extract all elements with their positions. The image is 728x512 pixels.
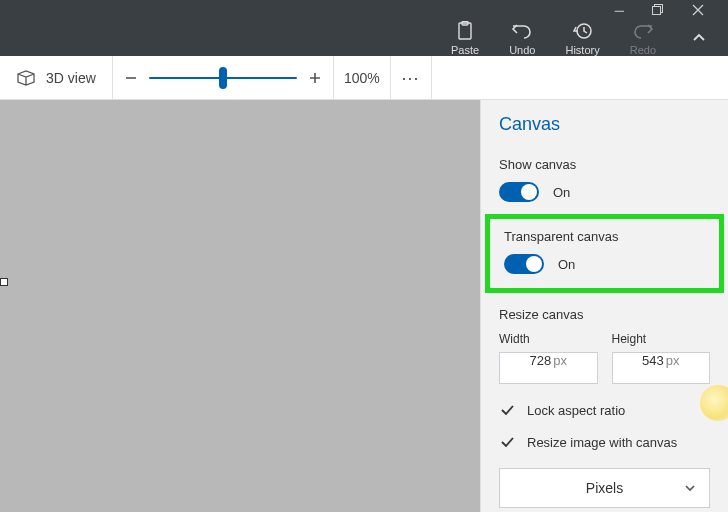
3d-view-button[interactable]: 3D view <box>0 69 112 87</box>
undo-label: Undo <box>509 44 535 56</box>
height-label: Height <box>612 332 711 346</box>
history-icon <box>573 20 593 42</box>
lock-aspect-ratio-checkbox[interactable]: Lock aspect ratio <box>481 394 728 426</box>
checkmark-icon <box>499 434 515 450</box>
show-canvas-label: Show canvas <box>499 157 710 172</box>
paste-button[interactable]: Paste <box>451 20 479 56</box>
3d-view-label: 3D view <box>46 70 96 86</box>
zoom-level-label: 100% <box>334 70 390 86</box>
paste-label: Paste <box>451 44 479 56</box>
divider <box>431 56 432 100</box>
clipboard-icon <box>456 20 474 42</box>
transparent-canvas-toggle[interactable] <box>504 254 544 274</box>
tutorial-highlight-dot <box>700 385 728 421</box>
unit-select-value: Pixels <box>586 480 623 496</box>
unit-select[interactable]: Pixels <box>499 468 710 508</box>
show-canvas-state: On <box>553 185 570 200</box>
height-value: 543 <box>642 353 664 368</box>
width-input[interactable]: 728px <box>499 352 598 384</box>
undo-icon <box>511 20 533 42</box>
transparent-canvas-highlight: Transparent canvas On <box>485 214 724 293</box>
redo-button: Redo <box>630 20 656 56</box>
redo-icon <box>632 20 654 42</box>
svg-rect-1 <box>653 7 661 15</box>
canvas-resize-handle[interactable] <box>0 278 8 286</box>
transparent-canvas-label: Transparent canvas <box>504 229 705 244</box>
undo-button[interactable]: Undo <box>509 20 535 56</box>
history-button[interactable]: History <box>565 20 599 56</box>
height-unit: px <box>664 353 680 368</box>
width-value: 728 <box>530 353 552 368</box>
height-input[interactable]: 543px <box>612 352 711 384</box>
window-minimize-button[interactable]: ─ <box>615 4 624 17</box>
canvas-side-panel: Canvas Show canvas On Transparent canvas… <box>480 100 728 512</box>
panel-title: Canvas <box>481 114 728 149</box>
collapse-ribbon-button[interactable] <box>686 25 712 51</box>
cube-icon <box>16 69 36 87</box>
lock-aspect-label: Lock aspect ratio <box>527 403 625 418</box>
history-label: History <box>565 44 599 56</box>
canvas-workspace[interactable] <box>0 100 480 512</box>
checkmark-icon <box>499 402 515 418</box>
zoom-slider[interactable] <box>149 56 297 100</box>
zoom-in-button[interactable] <box>297 60 333 96</box>
window-close-button[interactable] <box>692 4 704 16</box>
plus-icon <box>307 70 323 86</box>
zoom-out-button[interactable] <box>113 60 149 96</box>
more-menu-button[interactable]: ⋯ <box>391 67 431 89</box>
resize-image-with-canvas-checkbox[interactable]: Resize image with canvas <box>481 426 728 458</box>
chevron-down-icon <box>683 481 697 495</box>
resize-canvas-label: Resize canvas <box>481 301 728 332</box>
minus-icon <box>123 70 139 86</box>
rotate-flip-label: Rotate and flip <box>481 508 728 512</box>
width-label: Width <box>499 332 598 346</box>
resize-with-canvas-label: Resize image with canvas <box>527 435 677 450</box>
chevron-up-icon <box>691 30 707 46</box>
redo-label: Redo <box>630 44 656 56</box>
width-unit: px <box>551 353 567 368</box>
show-canvas-toggle[interactable] <box>499 182 539 202</box>
window-restore-button[interactable] <box>652 4 664 16</box>
ellipsis-icon: ⋯ <box>401 67 421 89</box>
transparent-canvas-state: On <box>558 257 575 272</box>
